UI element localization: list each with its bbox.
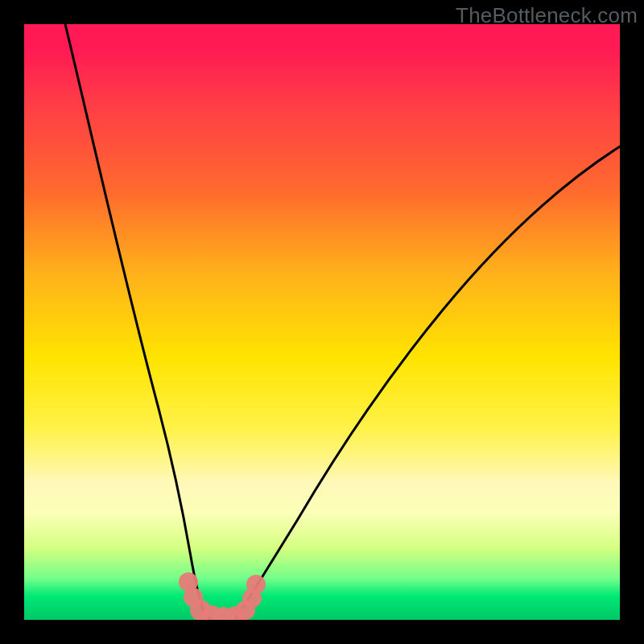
bottom-marker-dots [179, 572, 266, 620]
chart-svg [24, 24, 620, 620]
chart-stage: TheBottleneck.com [0, 0, 644, 644]
curve-left [65, 24, 211, 620]
watermark-text: TheBottleneck.com [456, 3, 638, 28]
curve-right [235, 147, 620, 620]
svg-point-8 [246, 575, 266, 594]
